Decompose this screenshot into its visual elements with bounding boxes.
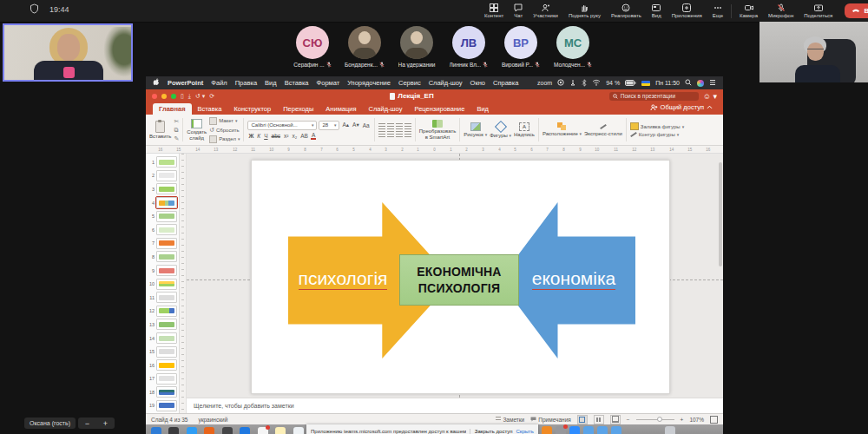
dock-icon-zoom-app[interactable] <box>569 426 580 434</box>
insert-shapes-button[interactable]: Фигуры ▾ <box>490 116 511 143</box>
slide-thumbnail-row[interactable]: 9 <box>146 264 179 278</box>
chat-button[interactable]: Чат <box>509 0 528 22</box>
slide-thumbnail[interactable] <box>156 238 177 249</box>
slide-thumbnail-row[interactable]: 12 <box>146 305 179 319</box>
ribbon-tab[interactable]: Вставка <box>192 103 228 115</box>
video-tile-speaker[interactable] <box>3 23 133 82</box>
apps-button[interactable]: Приложения <box>667 0 707 22</box>
zoom-slider[interactable] <box>636 419 674 420</box>
share-screen-button[interactable]: Поделиться <box>799 0 838 22</box>
ribbon-tab[interactable]: Анимация <box>319 103 362 115</box>
dock-icon-pages[interactable] <box>293 427 304 434</box>
slide-thumbnail[interactable] <box>156 265 177 276</box>
slide-thumbnail[interactable] <box>156 170 177 181</box>
zoom-app-menubar[interactable]: zoom <box>537 80 552 86</box>
dock-icon-mail[interactable] <box>240 427 250 434</box>
participant[interactable]: ЛВ Линник Вл... <box>444 26 494 68</box>
italic-button[interactable]: К <box>256 133 261 139</box>
slide-thumbnail[interactable] <box>156 332 177 344</box>
cut-icon[interactable]: ✂ <box>174 118 179 125</box>
section-button[interactable]: Раздел▾ <box>209 135 240 143</box>
repeat-icon[interactable]: ⟳ <box>209 93 214 100</box>
slide-thumbnail[interactable] <box>156 211 177 222</box>
account-smiley-icon[interactable]: ☺ ▾ <box>703 92 717 101</box>
strikethrough-button[interactable]: abc <box>271 133 281 139</box>
slide-thumbnail[interactable] <box>156 359 177 371</box>
dock-icon-printer[interactable] <box>556 426 566 434</box>
insert-textbox-button[interactable]: A Надпись <box>514 116 535 143</box>
ribbon-tab[interactable]: Слайд-шоу <box>363 103 409 115</box>
fit-to-window-icon[interactable] <box>710 416 718 424</box>
ribbon-tab[interactable]: Вид <box>470 103 495 115</box>
menu-slideshow[interactable]: Слайд-шоу <box>429 79 463 87</box>
siri-icon[interactable] <box>697 80 704 87</box>
ribbon-tab[interactable]: Рецензирование <box>408 103 470 115</box>
layout-button[interactable]: Макет▾ <box>209 117 240 125</box>
participant-avatar[interactable]: ВР <box>504 26 537 59</box>
slide-thumbnail-row[interactable]: 15 <box>146 345 179 358</box>
new-doc-icon[interactable]: ▯ <box>181 93 184 100</box>
window-minimize-button[interactable] <box>161 94 167 99</box>
zoom-in-button[interactable]: + <box>681 417 684 423</box>
reset-button[interactable]: ↺Сбросить <box>209 127 240 134</box>
economics-label[interactable]: економіка <box>517 268 630 289</box>
view-button[interactable]: Вид <box>647 0 667 22</box>
dock-icon-folder-2[interactable] <box>597 426 608 434</box>
zoom-in-control[interactable]: + <box>103 419 108 428</box>
participant[interactable]: СЮ Серафин ... <box>287 26 338 68</box>
menubar-clock[interactable]: Пн 11:50 <box>655 80 680 86</box>
window-zoom-button[interactable] <box>171 94 176 99</box>
participant[interactable]: МС Молодчен... <box>548 26 598 68</box>
dock-icon-finder[interactable] <box>151 427 161 434</box>
language-indicator[interactable]: украинский <box>198 417 227 423</box>
font-size-select[interactable]: 28▾ <box>319 121 339 130</box>
justify-icon[interactable] <box>404 131 411 137</box>
participant[interactable]: Бондаренк... <box>339 26 390 68</box>
dock-icon-notes[interactable] <box>275 427 286 434</box>
hide-banner-link[interactable]: Скрыть <box>516 429 534 434</box>
slide-thumbnail[interactable] <box>156 400 177 411</box>
window-close-button[interactable] <box>152 94 157 99</box>
menu-view[interactable]: Вид <box>265 79 277 87</box>
stop-share-button[interactable]: Закрыть доступ <box>470 429 513 434</box>
participant-avatar[interactable] <box>348 26 381 59</box>
video-tile-participant[interactable] <box>760 22 868 82</box>
convert-smartart-button[interactable]: Преобразовать в SmartArt <box>419 116 457 143</box>
participant-avatar[interactable]: СЮ <box>296 26 329 59</box>
slide-thumbnail[interactable] <box>156 319 177 330</box>
dock-icon-folder-1[interactable] <box>583 426 594 434</box>
leave-meeting-button[interactable]: Выйти <box>845 3 868 18</box>
slideshow-view-button[interactable] <box>610 415 621 424</box>
slide-thumbnail-row[interactable]: 18 <box>146 385 179 399</box>
spotlight-icon[interactable] <box>685 79 692 87</box>
numbered-list-icon[interactable] <box>387 123 394 129</box>
paste-button[interactable]: Вставить <box>149 116 171 143</box>
undo-icon[interactable]: ↺ ▾ <box>195 93 205 100</box>
ribbon-tab[interactable]: Главная <box>153 103 192 115</box>
slide-thumbnail[interactable] <box>156 346 177 358</box>
align-center-icon[interactable] <box>387 131 394 137</box>
participant-avatar[interactable]: ЛВ <box>452 26 485 59</box>
menu-insert[interactable]: Вставка <box>285 79 309 87</box>
slide-thumbnail-row[interactable]: 8 <box>146 250 179 264</box>
menu-format[interactable]: Формат <box>317 79 340 87</box>
copy-icon[interactable]: ⧉ <box>174 127 179 134</box>
participant-avatar[interactable]: МС <box>556 26 589 59</box>
slide-thumbnail[interactable] <box>156 197 177 208</box>
zoom-slider-knob[interactable] <box>657 417 662 422</box>
content-button[interactable]: Контент <box>479 0 509 22</box>
slide-thumbnail-row[interactable]: 4 <box>146 196 179 210</box>
indent-decrease-icon[interactable] <box>396 123 403 129</box>
slide-thumbnails-panel[interactable]: 1 2 3 <box>146 154 180 413</box>
slide-thumbnail-row[interactable]: 19 <box>146 399 179 413</box>
slide-thumbnail-row[interactable]: 10 <box>146 277 179 291</box>
bold-button[interactable]: Ж <box>247 133 254 139</box>
format-painter-icon[interactable]: ✎ <box>174 135 179 142</box>
slide-thumbnail-row[interactable]: 5 <box>146 209 179 223</box>
arrange-button[interactable]: Расположение ▾ <box>542 116 582 143</box>
dock-icon-photos[interactable] <box>222 427 233 434</box>
indent-increase-icon[interactable] <box>404 123 411 129</box>
camera-button[interactable]: Камера <box>734 0 763 22</box>
slide-thumbnail-row[interactable]: 1 <box>146 155 179 169</box>
underline-button[interactable]: Ч <box>263 133 268 139</box>
